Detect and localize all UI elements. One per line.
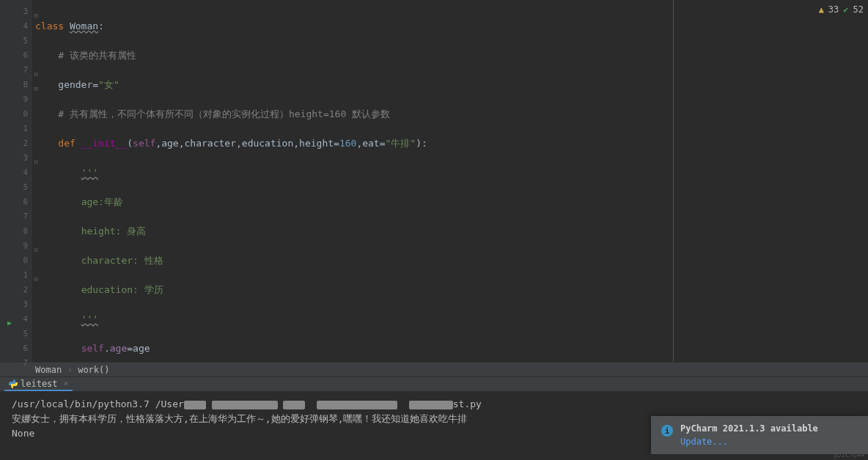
inspection-indicators[interactable]: ▲ 33 ✔ 52 [819,4,864,15]
warning-icon: ▲ [819,4,824,15]
censored-text [409,401,453,409]
run-tab-label: leitest [21,379,58,389]
censored-text [317,401,397,409]
fold-icon[interactable]: ⊟ [31,272,38,279]
close-icon[interactable]: × [64,379,69,388]
gutter[interactable]: 3⊟ 4 5 6 7⊟ 8⊟ 9 0 1 2 3⊟ 4 5 6 7 8 9⊟ 0… [0,0,32,362]
update-link[interactable]: Update... [680,437,818,447]
notification-title: PyCharm 2021.1.3 available [680,423,818,434]
crumb-method[interactable]: work() [78,365,109,375]
breadcrumb[interactable]: Woman › work() [0,362,868,376]
fold-icon[interactable]: ⊟ [31,81,38,89]
right-margin-line [673,0,674,362]
crumb-class[interactable]: Woman [35,365,62,375]
editor-area: ▲ 33 ✔ 52 3⊟ 4 5 6 7⊟ 8⊟ 9 0 1 2 3⊟ 4 5 … [0,0,868,362]
warning-count: 33 [828,4,839,15]
censored-text [283,401,305,409]
censored-text [212,401,278,409]
code-editor[interactable]: class Woman: # 该类的共有属性 gender="女" # 共有属性… [32,0,868,362]
fold-icon[interactable]: ⊟ [31,8,38,15]
fold-icon[interactable]: ⊟ [31,242,38,250]
censored-text [184,401,206,409]
passed-count: 52 [853,4,864,15]
tool-window-tabs: leitest × [0,376,868,391]
chevron-right-icon: › [67,366,72,374]
run-tab[interactable]: leitest × [4,377,73,391]
fold-icon[interactable]: ⊟ [31,67,38,74]
fold-icon[interactable]: ⊟ [31,155,38,162]
info-icon: i [661,425,673,437]
watermark: @51CTO★★ [834,451,865,459]
python-icon [9,379,18,388]
check-icon: ✔ [843,4,848,15]
update-notification[interactable]: i PyCharm 2021.1.3 available Update... [651,416,868,454]
